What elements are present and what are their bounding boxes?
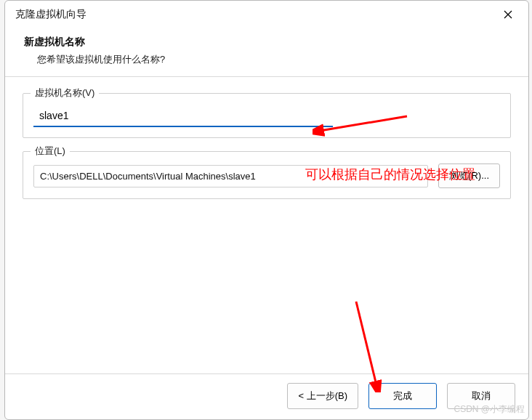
back-button[interactable]: < 上一步(B): [287, 383, 358, 409]
browse-button[interactable]: 浏览(R)...: [438, 163, 500, 188]
close-button[interactable]: [496, 7, 520, 23]
dialog-title: 克隆虚拟机向导: [15, 8, 86, 21]
dialog-header: 新虚拟机名称 您希望该虚拟机使用什么名称?: [5, 28, 528, 77]
location-label: 位置(L): [31, 145, 70, 158]
vm-name-input[interactable]: [33, 105, 333, 127]
dialog-content: 虚拟机名称(V) 位置(L) 浏览(R)...: [5, 77, 528, 373]
header-heading: 新虚拟机名称: [24, 36, 509, 49]
close-icon: [504, 10, 512, 19]
dialog-footer: < 上一步(B) 完成 取消: [5, 373, 528, 419]
vm-name-group: 虚拟机名称(V): [23, 93, 511, 138]
location-input[interactable]: [33, 165, 428, 187]
titlebar: 克隆虚拟机向导: [5, 1, 528, 28]
dialog-window: 克隆虚拟机向导 新虚拟机名称 您希望该虚拟机使用什么名称? 虚拟机名称(V) 位…: [4, 0, 529, 420]
location-group: 位置(L) 浏览(R)...: [23, 151, 511, 199]
header-subheading: 您希望该虚拟机使用什么名称?: [37, 53, 509, 66]
cancel-button[interactable]: 取消: [447, 383, 515, 409]
finish-button[interactable]: 完成: [368, 383, 437, 409]
vm-name-label: 虚拟机名称(V): [31, 86, 99, 100]
